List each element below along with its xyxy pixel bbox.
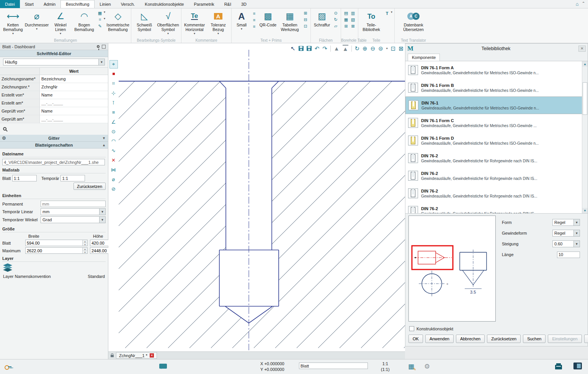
text-frame-icon[interactable]: ⊟ xyxy=(302,17,309,23)
dim-grid-icon[interactable]: ⌗ xyxy=(97,17,103,23)
display-icon[interactable] xyxy=(573,363,582,369)
align-center-icon[interactable]: ≡ xyxy=(251,17,257,23)
area-icon[interactable]: ▱ xyxy=(333,23,339,29)
list-item[interactable]: DIN 76-2Gewindeausläufe, Gewindefreistic… xyxy=(405,149,588,167)
sheet-name-input[interactable] xyxy=(299,363,368,369)
list-item[interactable]: DIN 76-2Gewindeausläufe, Gewindefreistic… xyxy=(405,185,588,202)
tabellen-werkzeug-button[interactable]: ▦ Tabellen Werkzeug xyxy=(278,9,302,32)
temporaer-massstab-input[interactable] xyxy=(60,175,85,181)
text-box-icon[interactable]: ⊞ xyxy=(302,10,309,16)
measure-tool-icon[interactable]: ⊺ xyxy=(109,98,118,107)
move-up-icon[interactable]: ▲ xyxy=(334,45,340,52)
ok-button[interactable]: OK xyxy=(408,335,423,343)
dim-edit-icon[interactable]: ✎ xyxy=(97,23,103,29)
marker-tool-icon[interactable] xyxy=(109,70,118,78)
borehole-cols-icon[interactable]: ▧ xyxy=(350,17,356,23)
menu-tab-start[interactable]: Start xyxy=(20,0,39,8)
borehole-grid-icon[interactable]: ▥ xyxy=(350,10,356,16)
blatt-breite-stepper[interactable]: ▲▼ xyxy=(25,240,88,246)
schweiss-symbol-button[interactable]: ◺ Schweiß Symbol xyxy=(132,9,156,32)
insert-part-tool-icon[interactable]: ⌖ xyxy=(109,60,118,69)
maximum-breite-stepper[interactable]: ▲▼ xyxy=(25,247,88,254)
menu-tab-datei[interactable]: Datei xyxy=(0,0,20,8)
align-tool-icon[interactable]: ≡ xyxy=(109,108,118,116)
toleranz-bezug-button[interactable]: A Toleranz Bezug▾ xyxy=(206,9,230,35)
konstruktionsobjekt-checkbox[interactable] xyxy=(409,326,414,331)
blatteigenschaften-header[interactable]: Blatteigenschaften ▲ xyxy=(0,142,108,149)
steigung-select[interactable]: 0.60 ▼ xyxy=(552,240,580,247)
key-icon[interactable] xyxy=(5,364,11,370)
curve-tool-icon[interactable]: ∿ xyxy=(109,146,118,155)
chevron-down-icon[interactable]: ▼ xyxy=(102,136,106,140)
abbrechen-button[interactable]: Abbrechen xyxy=(456,335,485,343)
save-icon[interactable] xyxy=(299,46,304,51)
menu-tab-linien[interactable]: Linien xyxy=(95,0,116,8)
drawing-canvas[interactable] xyxy=(108,43,405,351)
drawing-viewport[interactable]: ⌖ ⌗ ⊹ ⊺ ≡ ∠ ⊙ ◠ ∿ ✕ ⋈ ⌀ ⊘ ↖ ↶ ↷ xyxy=(108,43,405,351)
snap-grid-tool-icon[interactable]: ⌗ xyxy=(109,79,118,88)
offset-tool-icon[interactable]: ⌀ xyxy=(109,175,118,183)
schraffur-button[interactable]: ▨ Schraffur xyxy=(312,9,332,27)
temporaer-winkel-select[interactable]: Grad ▼ xyxy=(41,216,106,223)
delete-tool-icon[interactable]: ✕ xyxy=(109,156,118,164)
borehole-rows-icon[interactable]: ▦ xyxy=(343,17,349,23)
menu-tab-beschriftung[interactable]: Beschriftung xyxy=(60,0,95,8)
blatt-massstab-input[interactable] xyxy=(12,175,37,181)
haeufig-select[interactable]: Häufig ▼ xyxy=(3,59,105,65)
zuruecksetzen-button[interactable]: Zurücksetzen xyxy=(487,335,521,343)
home-icon[interactable]: ⌂ xyxy=(576,1,579,7)
scroll-up-icon[interactable]: ▲ xyxy=(582,61,588,67)
form-select[interactable]: Regel ▼ xyxy=(552,219,580,226)
chevron-down-icon[interactable]: ▾ xyxy=(386,47,388,50)
small-text-button[interactable]: A Small▾ xyxy=(233,9,250,31)
list-item[interactable]: DIN 76-2Gewindeausläufe, Gewindefreistic… xyxy=(405,202,588,214)
datenbank-uebersetzen-button[interactable]: A C Datenbank Übersetzen xyxy=(396,9,431,32)
menu-tab-3d[interactable]: 3D xyxy=(236,0,252,8)
field-value[interactable]: __-__-____ xyxy=(40,99,108,107)
mirror-tool-icon[interactable]: ⋈ xyxy=(109,165,118,174)
list-item[interactable]: DIN 76-1 Form AGewindeausläufe, Gewindef… xyxy=(405,61,588,79)
chevron-down-icon[interactable]: ▼ xyxy=(573,241,580,247)
field-value[interactable]: Name xyxy=(40,91,108,99)
hilfe-button[interactable]: Hilfe xyxy=(584,335,588,343)
field-value[interactable]: __-__-____ xyxy=(40,115,108,123)
collapse-ribbon-icon[interactable]: ˆ xyxy=(583,1,584,7)
menu-tab-konstruktionsobjekte[interactable]: Konstruktionsobjekte xyxy=(140,0,189,8)
ketten-bemassung-button[interactable]: ⟷ Ketten Bemaßung▾ xyxy=(1,9,25,35)
rehatch-icon[interactable]: ↻ xyxy=(333,17,339,23)
permanent-unit-input[interactable] xyxy=(41,201,106,207)
laenge-input[interactable] xyxy=(557,252,580,258)
borehole-export-icon[interactable]: ⊠ xyxy=(350,23,356,29)
menu-tab-parametrik[interactable]: Parametrik xyxy=(189,0,219,8)
kommentar-horizontal-button[interactable]: Te Kommentar Horizontal▾ xyxy=(183,9,206,35)
gitter-header[interactable]: ⚙ Gitter ▼ xyxy=(0,135,108,142)
list-item[interactable]: DIN 76-1 Form DGewindeausläufe, Gewindef… xyxy=(405,132,588,149)
anwenden-button[interactable]: Anwenden xyxy=(425,335,454,343)
printer-icon[interactable] xyxy=(555,365,562,369)
float-panel-icon[interactable] xyxy=(102,45,106,49)
select-arrow-icon[interactable]: ↖ xyxy=(291,45,296,52)
zoom-out-icon[interactable]: ⊖ xyxy=(371,45,376,52)
search-icon[interactable] xyxy=(3,127,7,131)
fill-icon[interactable]: ⊙ xyxy=(333,10,339,16)
undo-icon[interactable]: ↶ xyxy=(315,45,320,52)
gewindeform-select[interactable]: Regel ▼ xyxy=(552,230,580,237)
scroll-thumb[interactable] xyxy=(583,82,587,115)
winkel-linien-button[interactable]: ∠ Winkel Linien▾ xyxy=(49,9,72,35)
close-icon[interactable]: ✕ xyxy=(578,46,586,52)
angle-tool-icon[interactable]: ∠ xyxy=(109,118,118,126)
zoom-fit-icon[interactable]: ⊠ xyxy=(399,45,403,52)
list-item-selected[interactable]: DIN 76-1Gewindeausläufe, Gewindefreistic… xyxy=(405,96,588,114)
menu-tab-admin[interactable]: Admin xyxy=(39,0,60,8)
part-3d-status-icon[interactable]: ⚙ xyxy=(424,363,430,371)
suchen-button[interactable]: Suchen xyxy=(523,335,546,343)
chevron-down-icon[interactable]: ▼ xyxy=(573,230,580,236)
align-left-icon[interactable]: ≡ xyxy=(251,10,257,16)
teile-bibliothek-button[interactable]: To Teile-Bibliothek xyxy=(359,9,383,32)
scrollbar[interactable]: ▲ ▼ xyxy=(582,61,588,213)
dim-style-icon[interactable]: ▦ xyxy=(97,10,103,16)
zoom-window-icon[interactable]: ⊡ xyxy=(391,45,396,52)
chevron-down-icon[interactable]: ▾ xyxy=(104,17,105,23)
borehole-table-icon[interactable]: ▤ xyxy=(343,10,349,16)
chevron-down-icon[interactable]: ▼ xyxy=(573,219,580,225)
